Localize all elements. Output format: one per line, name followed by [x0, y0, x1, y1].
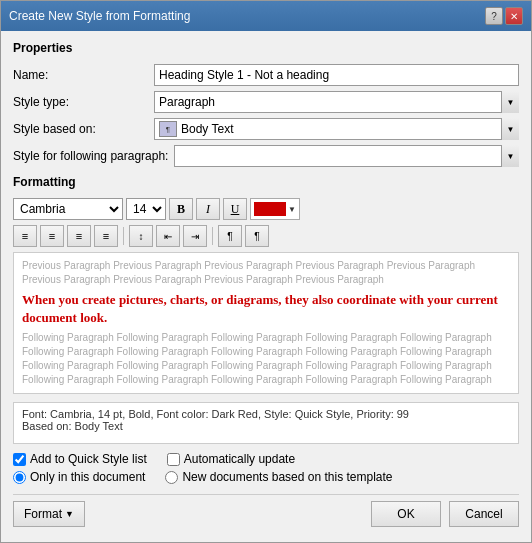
align-center-icon: ≡ — [49, 230, 55, 242]
new-documents-radio[interactable] — [165, 471, 178, 484]
rtl-button[interactable]: ¶ — [218, 225, 242, 247]
ok-button[interactable]: OK — [371, 501, 441, 527]
properties-section: Properties Name: Style type: Paragraph ▼… — [13, 41, 519, 167]
toolbar-separator-1 — [123, 227, 124, 245]
align-right-icon: ≡ — [76, 230, 82, 242]
options-section: Add to Quick Style list Automatically up… — [13, 452, 519, 484]
increase-indent-icon: ⇥ — [191, 231, 199, 242]
checkbox-row: Add to Quick Style list Automatically up… — [13, 452, 519, 466]
description-line2: Based on: Body Text — [22, 420, 510, 432]
toolbar-separator-2 — [212, 227, 213, 245]
align-left-button[interactable]: ≡ — [13, 225, 37, 247]
close-button[interactable]: ✕ — [505, 7, 523, 25]
name-input[interactable] — [154, 64, 519, 86]
format-button[interactable]: Format ▼ — [13, 501, 85, 527]
auto-update-checkbox[interactable] — [167, 453, 180, 466]
only-document-radio[interactable] — [13, 471, 26, 484]
paragraph-icon: ¶ — [159, 121, 177, 137]
formatting-section: Formatting Cambria 14 B I U — [13, 175, 519, 394]
title-bar: Create New Style from Formatting ? ✕ — [1, 1, 531, 31]
font-color-button[interactable]: ▼ — [250, 198, 300, 220]
add-quick-style-label: Add to Quick Style list — [30, 452, 147, 466]
style-type-select-wrapper: Paragraph ▼ — [154, 91, 519, 113]
style-based-row: Style based on: ¶ Body Text ▼ — [13, 118, 519, 140]
font-toolbar-row: Cambria 14 B I U ▼ — [13, 198, 519, 220]
style-based-select-wrapper: ¶ Body Text ▼ — [154, 118, 519, 140]
ltr-button[interactable]: ¶ — [245, 225, 269, 247]
only-document-item: Only in this document — [13, 470, 145, 484]
style-following-select[interactable] — [174, 145, 519, 167]
align-toolbar-row: ≡ ≡ ≡ ≡ ↕ ⇤ ⇥ — [13, 225, 519, 247]
properties-label: Properties — [13, 41, 519, 55]
style-type-row: Style type: Paragraph ▼ — [13, 91, 519, 113]
color-dropdown-arrow-icon: ▼ — [288, 205, 296, 214]
dialog-title: Create New Style from Formatting — [9, 9, 190, 23]
style-following-row: Style for following paragraph: ▼ — [13, 145, 519, 167]
description-line1: Font: Cambria, 14 pt, Bold, Font color: … — [22, 408, 510, 420]
add-quick-style-item: Add to Quick Style list — [13, 452, 147, 466]
dialog-body: Properties Name: Style type: Paragraph ▼… — [1, 31, 531, 542]
font-size-select[interactable]: 14 — [126, 198, 166, 220]
align-justify-button[interactable]: ≡ — [94, 225, 118, 247]
style-based-label: Style based on: — [13, 122, 148, 136]
ok-cancel-buttons: OK Cancel — [371, 501, 519, 527]
button-row: Format ▼ OK Cancel — [13, 494, 519, 531]
preview-following-text: Following Paragraph Following Paragraph … — [22, 331, 510, 387]
ltr-icon: ¶ — [254, 231, 259, 242]
title-bar-buttons: ? ✕ — [485, 7, 523, 25]
line-spacing-button[interactable]: ↕ — [129, 225, 153, 247]
name-label: Name: — [13, 68, 148, 82]
style-following-label: Style for following paragraph: — [13, 149, 168, 163]
style-type-select[interactable]: Paragraph — [154, 91, 519, 113]
rtl-icon: ¶ — [227, 231, 232, 242]
new-documents-label: New documents based on this template — [182, 470, 392, 484]
font-select[interactable]: Cambria — [13, 198, 123, 220]
format-dropdown-icon: ▼ — [65, 509, 74, 519]
decrease-indent-icon: ⇤ — [164, 231, 172, 242]
format-button-label: Format — [24, 507, 62, 521]
add-quick-style-checkbox[interactable] — [13, 453, 26, 466]
new-documents-item: New documents based on this template — [165, 470, 392, 484]
increase-indent-button[interactable]: ⇥ — [183, 225, 207, 247]
name-row: Name: — [13, 64, 519, 86]
help-button[interactable]: ? — [485, 7, 503, 25]
style-based-select[interactable]: ¶ Body Text — [154, 118, 519, 140]
style-following-select-wrapper: ▼ — [174, 145, 519, 167]
align-center-button[interactable]: ≡ — [40, 225, 64, 247]
italic-button[interactable]: I — [196, 198, 220, 220]
color-swatch — [254, 202, 286, 216]
formatting-label: Formatting — [13, 175, 519, 189]
cancel-button[interactable]: Cancel — [449, 501, 519, 527]
underline-button[interactable]: U — [223, 198, 247, 220]
description-box: Font: Cambria, 14 pt, Bold, Font color: … — [13, 402, 519, 444]
style-based-value: Body Text — [181, 122, 233, 136]
auto-update-item: Automatically update — [167, 452, 295, 466]
align-justify-icon: ≡ — [103, 230, 109, 242]
align-right-button[interactable]: ≡ — [67, 225, 91, 247]
preview-previous-text: Previous Paragraph Previous Paragraph Pr… — [22, 259, 510, 287]
line-spacing-icon: ↕ — [139, 231, 144, 242]
radio-row: Only in this document New documents base… — [13, 470, 519, 484]
auto-update-label: Automatically update — [184, 452, 295, 466]
create-style-dialog: Create New Style from Formatting ? ✕ Pro… — [0, 0, 532, 543]
preview-area: Previous Paragraph Previous Paragraph Pr… — [13, 252, 519, 394]
preview-main-text: When you create pictures, charts, or dia… — [22, 291, 510, 327]
style-type-label: Style type: — [13, 95, 148, 109]
decrease-indent-button[interactable]: ⇤ — [156, 225, 180, 247]
bold-button[interactable]: B — [169, 198, 193, 220]
align-left-icon: ≡ — [22, 230, 28, 242]
only-document-label: Only in this document — [30, 470, 145, 484]
